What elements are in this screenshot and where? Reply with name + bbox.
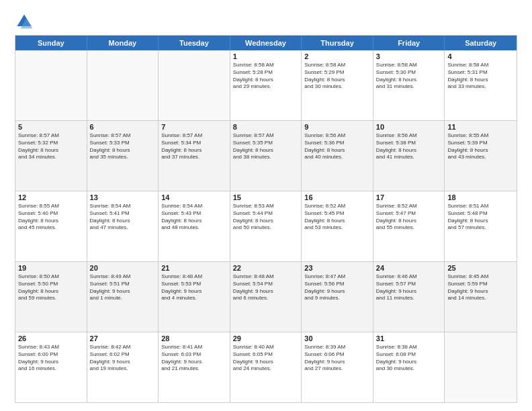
day-number: 24 — [376, 264, 442, 272]
calendar-cell: 6Sunrise: 8:57 AMSunset: 5:33 PMDaylight… — [87, 121, 159, 191]
day-number: 12 — [18, 193, 84, 201]
cell-line: and 57 minutes. — [447, 224, 514, 232]
calendar-header-day: Wednesday — [230, 36, 302, 50]
cell-line: Sunrise: 8:52 AM — [304, 203, 370, 210]
calendar-week: 1Sunrise: 8:58 AMSunset: 5:28 PMDaylight… — [15, 50, 517, 121]
cell-line: Sunset: 5:53 PM — [161, 281, 227, 288]
calendar-cell: 31Sunrise: 8:38 AMSunset: 6:08 PMDayligh… — [373, 332, 445, 402]
cell-line: Sunrise: 8:46 AM — [376, 273, 442, 281]
cell-line: and 41 minutes. — [376, 154, 442, 161]
calendar-cell: 4Sunrise: 8:58 AMSunset: 5:31 PMDaylight… — [445, 50, 517, 120]
day-number: 21 — [161, 264, 227, 272]
calendar-header-day: Monday — [87, 36, 159, 50]
calendar-cell: 26Sunrise: 8:43 AMSunset: 6:00 PMDayligh… — [15, 332, 87, 402]
cell-line: and 40 minutes. — [304, 154, 370, 161]
calendar-week: 12Sunrise: 8:55 AMSunset: 5:40 PMDayligh… — [15, 191, 517, 262]
calendar-cell — [445, 332, 517, 402]
cell-line: Sunrise: 8:51 AM — [447, 203, 514, 210]
cell-line: Daylight: 8 hours — [304, 77, 370, 84]
cell-line: Daylight: 8 hours — [18, 218, 84, 225]
calendar-cell: 10Sunrise: 8:56 AMSunset: 5:38 PMDayligh… — [373, 121, 445, 191]
cell-line: and 11 minutes. — [376, 295, 442, 302]
cell-line: Daylight: 8 hours — [376, 77, 442, 84]
cell-line: and 30 minutes. — [376, 365, 442, 373]
day-number: 31 — [376, 334, 442, 342]
cell-line: Sunrise: 8:47 AM — [304, 273, 370, 281]
cell-line: Sunrise: 8:53 AM — [233, 203, 299, 210]
cell-line: and 21 minutes. — [161, 365, 227, 373]
cell-line: Sunrise: 8:38 AM — [376, 344, 442, 351]
calendar-cell: 1Sunrise: 8:58 AMSunset: 5:28 PMDaylight… — [230, 50, 302, 120]
cell-line: and 50 minutes. — [233, 224, 299, 232]
cell-line: and 43 minutes. — [447, 154, 514, 161]
day-number: 20 — [90, 264, 156, 272]
cell-line: Sunset: 5:45 PM — [304, 210, 370, 218]
cell-line: Sunrise: 8:55 AM — [447, 132, 514, 140]
cell-line: Daylight: 8 hours — [18, 147, 84, 154]
cell-line: Sunset: 5:57 PM — [376, 281, 442, 288]
cell-line: Daylight: 8 hours — [90, 147, 156, 154]
cell-line: and 34 minutes. — [18, 154, 84, 161]
cell-line: Daylight: 8 hours — [233, 77, 299, 84]
calendar: SundayMondayTuesdayWednesdayThursdayFrid… — [15, 35, 517, 403]
cell-line: and 24 minutes. — [233, 365, 299, 373]
cell-line: Daylight: 9 hours — [233, 359, 299, 366]
calendar-cell: 27Sunrise: 8:42 AMSunset: 6:02 PMDayligh… — [87, 332, 159, 402]
calendar-cell — [87, 50, 159, 120]
cell-line: Daylight: 8 hours — [447, 77, 514, 84]
calendar-cell: 17Sunrise: 8:52 AMSunset: 5:47 PMDayligh… — [373, 191, 445, 261]
day-number: 10 — [376, 123, 442, 131]
cell-line: and 47 minutes. — [90, 224, 156, 232]
day-number: 30 — [304, 334, 370, 342]
day-number: 19 — [18, 264, 84, 272]
cell-line: Daylight: 9 hours — [376, 359, 442, 366]
day-number: 2 — [304, 52, 370, 60]
cell-line: Sunrise: 8:39 AM — [304, 344, 370, 351]
cell-line: and 55 minutes. — [376, 224, 442, 232]
cell-line: Sunset: 5:31 PM — [447, 69, 514, 77]
cell-line: and 19 minutes. — [90, 365, 156, 373]
day-number: 17 — [376, 193, 442, 201]
calendar-week: 26Sunrise: 8:43 AMSunset: 6:00 PMDayligh… — [15, 332, 517, 402]
cell-line: Sunrise: 8:54 AM — [90, 203, 156, 210]
cell-line: and 45 minutes. — [18, 224, 84, 232]
day-number: 16 — [304, 193, 370, 201]
day-number: 22 — [233, 264, 299, 272]
cell-line: Daylight: 8 hours — [233, 218, 299, 225]
day-number: 6 — [90, 123, 156, 131]
calendar-cell: 5Sunrise: 8:57 AMSunset: 5:32 PMDaylight… — [15, 121, 87, 191]
cell-line: Sunrise: 8:42 AM — [90, 344, 156, 351]
calendar-cell: 23Sunrise: 8:47 AMSunset: 5:56 PMDayligh… — [302, 262, 373, 332]
cell-line: Daylight: 9 hours — [161, 288, 227, 295]
calendar-header-day: Friday — [373, 36, 445, 50]
cell-line: Sunrise: 8:40 AM — [233, 344, 299, 351]
calendar-cell: 8Sunrise: 8:57 AMSunset: 5:35 PMDaylight… — [230, 121, 302, 191]
cell-line: Sunset: 5:47 PM — [376, 210, 442, 218]
cell-line: Sunset: 5:38 PM — [376, 140, 442, 147]
cell-line: Daylight: 9 hours — [161, 359, 227, 366]
cell-line: Sunrise: 8:43 AM — [18, 344, 84, 351]
cell-line: Sunrise: 8:49 AM — [90, 273, 156, 281]
day-number: 8 — [233, 123, 299, 131]
cell-line: Sunset: 6:00 PM — [18, 351, 84, 359]
cell-line: Daylight: 8 hours — [161, 218, 227, 225]
calendar-cell: 13Sunrise: 8:54 AMSunset: 5:41 PMDayligh… — [87, 191, 159, 261]
calendar-cell: 2Sunrise: 8:58 AMSunset: 5:29 PMDaylight… — [302, 50, 373, 120]
cell-line: Sunrise: 8:45 AM — [447, 273, 514, 281]
cell-line: Daylight: 9 hours — [18, 359, 84, 366]
day-number: 9 — [304, 123, 370, 131]
calendar-cell: 16Sunrise: 8:52 AMSunset: 5:45 PMDayligh… — [302, 191, 373, 261]
cell-line: Sunset: 5:28 PM — [233, 69, 299, 77]
day-number: 28 — [161, 334, 227, 342]
calendar-cell — [159, 50, 230, 120]
cell-line: Daylight: 9 hours — [376, 288, 442, 295]
cell-line: and 29 minutes. — [233, 83, 299, 91]
calendar-body: 1Sunrise: 8:58 AMSunset: 5:28 PMDaylight… — [15, 50, 517, 402]
cell-line: Sunrise: 8:58 AM — [233, 62, 299, 69]
day-number: 4 — [447, 52, 514, 60]
cell-line: and 48 minutes. — [161, 224, 227, 232]
cell-line: Sunrise: 8:50 AM — [18, 273, 84, 281]
day-number: 11 — [447, 123, 514, 131]
cell-line: Sunset: 5:39 PM — [447, 140, 514, 147]
cell-line: Sunset: 5:59 PM — [447, 281, 514, 288]
